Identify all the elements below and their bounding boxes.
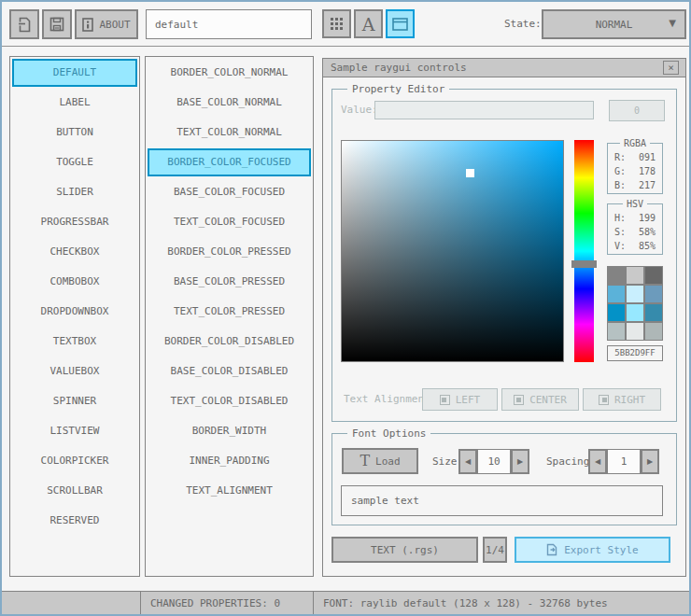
property-item-text-color-normal[interactable]: TEXT_COLOR_NORMAL bbox=[148, 119, 311, 147]
color-picker-panel[interactable] bbox=[341, 140, 564, 362]
window-title: Sample raygui controls bbox=[331, 59, 467, 77]
property-item-text-color-pressed[interactable]: TEXT_COLOR_PRESSED bbox=[148, 298, 311, 326]
property-item-base-color-focused[interactable]: BASE_COLOR_FOCUSED bbox=[148, 178, 311, 206]
hsv-h-row: H: 199 bbox=[608, 211, 662, 225]
control-item-label[interactable]: LABEL bbox=[12, 89, 137, 117]
close-button[interactable]: × bbox=[663, 61, 679, 75]
palette-swatch-border-normal[interactable] bbox=[608, 267, 625, 284]
sample-controls-window: Sample raygui controls × Property Editor… bbox=[322, 58, 686, 577]
property-item-border-color-normal[interactable]: BORDER_COLOR_NORMAL bbox=[148, 59, 311, 87]
about-button[interactable]: ABOUT bbox=[75, 9, 138, 39]
palette-swatch-base-normal[interactable] bbox=[627, 267, 643, 284]
color-picker-cursor bbox=[466, 169, 474, 177]
palette-swatch-border-focused[interactable] bbox=[608, 286, 625, 302]
s-value: 58% bbox=[639, 225, 656, 239]
property-item-text-alignment[interactable]: TEXT_ALIGNMENT bbox=[148, 477, 311, 505]
control-item-toggle[interactable]: TOGGLE bbox=[12, 148, 137, 176]
v-value: 85% bbox=[639, 239, 656, 253]
window-titlebar[interactable]: Sample raygui controls × bbox=[323, 59, 685, 77]
size-decrement-button[interactable]: ◀ bbox=[458, 449, 477, 474]
control-item-scrollbar[interactable]: SCROLLBAR bbox=[12, 477, 137, 505]
load-font-button[interactable]: T Load bbox=[342, 448, 418, 474]
state-dropdown[interactable]: NORMAL ▼ bbox=[542, 9, 686, 39]
value-label: Value: bbox=[341, 101, 378, 119]
control-item-spinner[interactable]: SPINNER bbox=[12, 387, 137, 415]
palette-swatch-text-normal[interactable] bbox=[645, 267, 662, 284]
left-arrow-icon: ◀ bbox=[595, 457, 600, 466]
property-item-border-width[interactable]: BORDER_WIDTH bbox=[148, 417, 311, 445]
style-name-input[interactable] bbox=[146, 9, 312, 39]
control-item-colorpicker[interactable]: COLORPICKER bbox=[12, 447, 137, 475]
value-input bbox=[374, 101, 594, 119]
control-item-reserved[interactable]: RESERVED bbox=[12, 507, 137, 535]
align-center-label: CENTER bbox=[529, 394, 567, 406]
control-item-checkbox[interactable]: CHECKBOX bbox=[12, 238, 137, 266]
controls-listview: DEFAULT LABEL BUTTON TOGGLE SLIDER PROGR… bbox=[9, 56, 140, 577]
grid-view-button[interactable] bbox=[322, 9, 351, 38]
control-item-combobox[interactable]: COMBOBOX bbox=[12, 268, 137, 296]
status-cell-empty bbox=[0, 591, 141, 616]
control-item-valuebox[interactable]: VALUEBOX bbox=[12, 357, 137, 385]
font-letter-icon: A bbox=[362, 14, 375, 35]
control-item-progressbar[interactable]: PROGRESSBAR bbox=[12, 208, 137, 236]
property-editor-group-label: Property Editor bbox=[347, 83, 449, 95]
hex-color-input[interactable]: 5BB2D9FF bbox=[607, 345, 663, 361]
property-item-border-color-focused[interactable]: BORDER_COLOR_FOCUSED bbox=[148, 148, 311, 176]
property-item-border-color-pressed[interactable]: BORDER_COLOR_PRESSED bbox=[148, 238, 311, 266]
g-value: 178 bbox=[639, 164, 656, 178]
control-item-listview[interactable]: LISTVIEW bbox=[12, 417, 137, 445]
control-item-dropdownbox[interactable]: DROPDOWNBOX bbox=[12, 298, 137, 326]
spacing-value[interactable]: 1 bbox=[607, 449, 641, 474]
page-indicator-button[interactable]: 1/4 bbox=[483, 537, 507, 563]
palette-swatch-border-disabled[interactable] bbox=[608, 323, 625, 340]
property-item-base-color-pressed[interactable]: BASE_COLOR_PRESSED bbox=[148, 268, 311, 296]
spacing-decrement-button[interactable]: ◀ bbox=[588, 449, 607, 474]
left-arrow-icon: ◀ bbox=[465, 457, 471, 466]
r-value: 091 bbox=[639, 150, 656, 164]
font-options-group-label: Font Options bbox=[347, 427, 430, 440]
hue-bar[interactable] bbox=[574, 140, 594, 362]
property-item-border-color-disabled[interactable]: BORDER_COLOR_DISABLED bbox=[148, 328, 311, 356]
control-item-slider[interactable]: SLIDER bbox=[12, 178, 137, 206]
export-style-button[interactable]: Export Style bbox=[515, 537, 670, 563]
control-item-textbox[interactable]: TEXTBOX bbox=[12, 328, 137, 356]
save-button[interactable] bbox=[42, 9, 72, 39]
rgba-group: RGBA R: 091 G: 178 B: 217 bbox=[607, 143, 663, 194]
new-file-button[interactable] bbox=[9, 9, 39, 39]
rgba-b-row: B: 217 bbox=[608, 178, 662, 192]
sample-text-input[interactable]: sample text bbox=[341, 485, 663, 516]
export-format-button[interactable]: TEXT (.rgs) bbox=[331, 537, 478, 563]
control-item-button[interactable]: BUTTON bbox=[12, 119, 137, 147]
palette-swatch-base-disabled[interactable] bbox=[627, 323, 643, 340]
palette-swatch-text-focused[interactable] bbox=[645, 286, 662, 302]
hue-slider-handle[interactable] bbox=[571, 260, 597, 268]
property-item-base-color-disabled[interactable]: BASE_COLOR_DISABLED bbox=[148, 357, 311, 385]
value-button: 0 bbox=[609, 100, 665, 121]
spacing-increment-button[interactable]: ▶ bbox=[641, 449, 659, 474]
align-left-button: LEFT bbox=[422, 388, 498, 411]
properties-listview: BORDER_COLOR_NORMAL BASE_COLOR_NORMAL TE… bbox=[145, 56, 314, 577]
size-increment-button[interactable]: ▶ bbox=[511, 449, 529, 474]
h-value: 199 bbox=[639, 211, 656, 225]
palette-swatch-text-pressed[interactable] bbox=[645, 304, 662, 321]
palette-swatch-text-disabled[interactable] bbox=[645, 323, 662, 340]
align-right-label: RIGHT bbox=[614, 394, 645, 406]
property-item-text-color-disabled[interactable]: TEXT_COLOR_DISABLED bbox=[148, 387, 311, 415]
align-center-button: CENTER bbox=[501, 388, 579, 411]
font-button[interactable]: A bbox=[354, 9, 383, 38]
rguistyler-window: ABOUT A State: NORMAL ▼ DEFAULT LABEL BU… bbox=[0, 0, 691, 616]
palette-swatch-base-pressed[interactable] bbox=[627, 304, 643, 321]
palette-swatch-base-focused[interactable] bbox=[627, 286, 643, 302]
palette-swatch-border-pressed[interactable] bbox=[608, 304, 625, 321]
close-icon: × bbox=[668, 62, 674, 74]
font-t-icon: T bbox=[360, 454, 370, 469]
sample-panel-toggle-button[interactable] bbox=[386, 9, 415, 38]
property-item-text-color-focused[interactable]: TEXT_COLOR_FOCUSED bbox=[148, 208, 311, 236]
control-item-default[interactable]: DEFAULT bbox=[12, 59, 137, 87]
v-label: V: bbox=[614, 239, 626, 253]
rgba-r-row: R: 091 bbox=[608, 150, 662, 164]
size-spinner: ◀ 10 ▶ bbox=[458, 449, 529, 474]
property-item-base-color-normal[interactable]: BASE_COLOR_NORMAL bbox=[148, 89, 311, 117]
property-item-inner-padding[interactable]: INNER_PADDING bbox=[148, 447, 311, 475]
size-value[interactable]: 10 bbox=[477, 449, 511, 474]
